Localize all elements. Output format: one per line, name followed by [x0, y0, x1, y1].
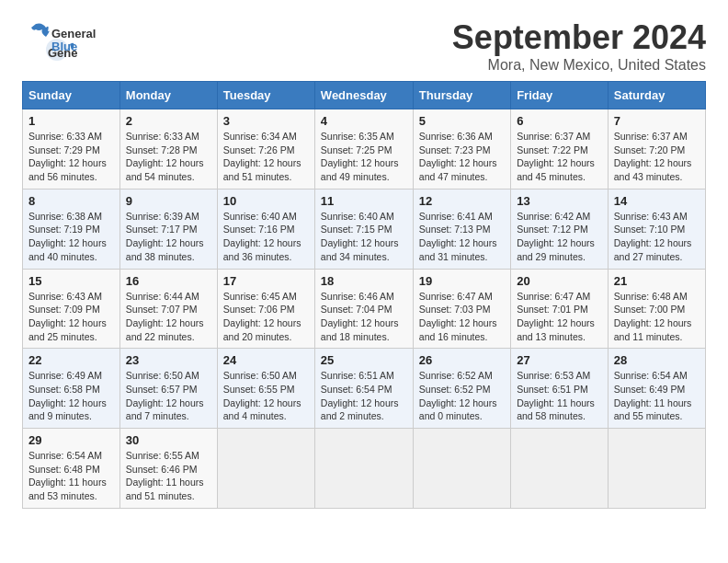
day-number: 14 — [614, 194, 700, 208]
logo-blue: Blue — [51, 40, 96, 53]
day-info: Sunrise: 6:38 AM Sunset: 7:19 PM Dayligh… — [28, 210, 114, 264]
day-number: 2 — [126, 114, 211, 128]
calendar-cell: 23Sunrise: 6:50 AM Sunset: 6:57 PM Dayli… — [119, 349, 217, 429]
day-number: 13 — [517, 194, 602, 208]
day-info: Sunrise: 6:48 AM Sunset: 7:00 PM Dayligh… — [614, 290, 700, 344]
calendar-cell: 22Sunrise: 6:49 AM Sunset: 6:58 PM Dayli… — [23, 349, 120, 429]
month-title: September 2024 — [22, 18, 706, 57]
day-number: 18 — [321, 274, 407, 288]
calendar-cell: 27Sunrise: 6:53 AM Sunset: 6:51 PM Dayli… — [511, 349, 609, 429]
day-number: 30 — [126, 433, 211, 447]
calendar-cell: 15Sunrise: 6:43 AM Sunset: 7:09 PM Dayli… — [23, 269, 120, 349]
weekday-header-sunday: Sunday — [23, 82, 120, 109]
calendar-cell: 3Sunrise: 6:34 AM Sunset: 7:26 PM Daylig… — [217, 109, 314, 190]
day-info: Sunrise: 6:37 AM Sunset: 7:20 PM Dayligh… — [614, 130, 700, 184]
day-number: 17 — [223, 274, 309, 288]
calendar-cell: 7Sunrise: 6:37 AM Sunset: 7:20 PM Daylig… — [608, 109, 705, 190]
calendar-cell: 4Sunrise: 6:35 AM Sunset: 7:25 PM Daylig… — [314, 109, 413, 190]
weekday-header-friday: Friday — [511, 82, 609, 109]
logo-general: General — [51, 28, 96, 40]
calendar-cell — [413, 429, 510, 509]
day-number: 4 — [321, 114, 407, 128]
calendar-cell: 5Sunrise: 6:36 AM Sunset: 7:23 PM Daylig… — [413, 109, 510, 190]
day-info: Sunrise: 6:34 AM Sunset: 7:26 PM Dayligh… — [223, 130, 309, 184]
day-number: 5 — [419, 114, 505, 128]
calendar-cell: 12Sunrise: 6:41 AM Sunset: 7:13 PM Dayli… — [413, 189, 510, 269]
day-number: 24 — [223, 353, 309, 367]
day-number: 23 — [126, 353, 211, 367]
calendar-cell: 21Sunrise: 6:48 AM Sunset: 7:00 PM Dayli… — [608, 269, 705, 349]
calendar-cell: 11Sunrise: 6:40 AM Sunset: 7:15 PM Dayli… — [314, 189, 413, 269]
calendar-cell: 9Sunrise: 6:39 AM Sunset: 7:17 PM Daylig… — [119, 189, 217, 269]
day-number: 28 — [614, 353, 700, 367]
day-info: Sunrise: 6:50 AM Sunset: 6:57 PM Dayligh… — [126, 369, 211, 423]
day-info: Sunrise: 6:54 AM Sunset: 6:48 PM Dayligh… — [28, 449, 114, 503]
calendar-cell: 2Sunrise: 6:33 AM Sunset: 7:28 PM Daylig… — [119, 109, 217, 190]
day-info: Sunrise: 6:37 AM Sunset: 7:22 PM Dayligh… — [517, 130, 602, 184]
day-info: Sunrise: 6:42 AM Sunset: 7:12 PM Dayligh… — [517, 210, 602, 264]
calendar-cell — [511, 429, 609, 509]
day-info: Sunrise: 6:43 AM Sunset: 7:10 PM Dayligh… — [614, 210, 700, 264]
day-number: 6 — [517, 114, 602, 128]
day-number: 3 — [223, 114, 309, 128]
weekday-header-monday: Monday — [119, 82, 217, 109]
calendar-cell — [608, 429, 705, 509]
calendar-cell: 26Sunrise: 6:52 AM Sunset: 6:52 PM Dayli… — [413, 349, 510, 429]
calendar-cell — [314, 429, 413, 509]
day-info: Sunrise: 6:33 AM Sunset: 7:29 PM Dayligh… — [28, 130, 114, 184]
day-info: Sunrise: 6:53 AM Sunset: 6:51 PM Dayligh… — [517, 369, 602, 423]
day-number: 11 — [321, 194, 407, 208]
day-number: 10 — [223, 194, 309, 208]
calendar-cell: 29Sunrise: 6:54 AM Sunset: 6:48 PM Dayli… — [23, 429, 120, 509]
day-info: Sunrise: 6:40 AM Sunset: 7:15 PM Dayligh… — [321, 210, 407, 264]
day-info: Sunrise: 6:46 AM Sunset: 7:04 PM Dayligh… — [321, 290, 407, 344]
day-info: Sunrise: 6:47 AM Sunset: 7:01 PM Dayligh… — [517, 290, 602, 344]
calendar-cell: 25Sunrise: 6:51 AM Sunset: 6:54 PM Dayli… — [314, 349, 413, 429]
day-info: Sunrise: 6:51 AM Sunset: 6:54 PM Dayligh… — [321, 369, 407, 423]
day-number: 21 — [614, 274, 700, 288]
day-info: Sunrise: 6:45 AM Sunset: 7:06 PM Dayligh… — [223, 290, 309, 344]
day-number: 12 — [419, 194, 505, 208]
weekday-header-tuesday: Tuesday — [217, 82, 314, 109]
day-number: 19 — [419, 274, 505, 288]
header-section: September 2024 Mora, New Mexico, United … — [22, 18, 706, 74]
calendar-cell: 19Sunrise: 6:47 AM Sunset: 7:03 PM Dayli… — [413, 269, 510, 349]
calendar-table: SundayMondayTuesdayWednesdayThursdayFrid… — [22, 81, 706, 509]
day-number: 26 — [419, 353, 505, 367]
day-info: Sunrise: 6:49 AM Sunset: 6:58 PM Dayligh… — [28, 369, 114, 423]
logo-area: General Blue — [22, 22, 96, 59]
day-info: Sunrise: 6:33 AM Sunset: 7:28 PM Dayligh… — [126, 130, 211, 184]
calendar-cell: 10Sunrise: 6:40 AM Sunset: 7:16 PM Dayli… — [217, 189, 314, 269]
calendar-cell: 24Sunrise: 6:50 AM Sunset: 6:55 PM Dayli… — [217, 349, 314, 429]
day-info: Sunrise: 6:41 AM Sunset: 7:13 PM Dayligh… — [419, 210, 505, 264]
calendar-cell: 18Sunrise: 6:46 AM Sunset: 7:04 PM Dayli… — [314, 269, 413, 349]
day-number: 29 — [28, 433, 114, 447]
day-number: 8 — [28, 194, 114, 208]
day-info: Sunrise: 6:36 AM Sunset: 7:23 PM Dayligh… — [419, 130, 505, 184]
day-number: 22 — [28, 353, 114, 367]
calendar-cell: 6Sunrise: 6:37 AM Sunset: 7:22 PM Daylig… — [511, 109, 609, 190]
day-number: 25 — [321, 353, 407, 367]
weekday-header-thursday: Thursday — [413, 82, 510, 109]
day-number: 20 — [517, 274, 602, 288]
calendar-cell: 17Sunrise: 6:45 AM Sunset: 7:06 PM Dayli… — [217, 269, 314, 349]
location-title: Mora, New Mexico, United States — [22, 57, 706, 74]
day-info: Sunrise: 6:55 AM Sunset: 6:46 PM Dayligh… — [126, 449, 211, 503]
day-number: 16 — [126, 274, 211, 288]
calendar-cell: 16Sunrise: 6:44 AM Sunset: 7:07 PM Dayli… — [119, 269, 217, 349]
day-info: Sunrise: 6:52 AM Sunset: 6:52 PM Dayligh… — [419, 369, 505, 423]
calendar-cell: 8Sunrise: 6:38 AM Sunset: 7:19 PM Daylig… — [23, 189, 120, 269]
calendar-cell: 1Sunrise: 6:33 AM Sunset: 7:29 PM Daylig… — [23, 109, 120, 190]
day-info: Sunrise: 6:43 AM Sunset: 7:09 PM Dayligh… — [28, 290, 114, 344]
calendar-cell: 30Sunrise: 6:55 AM Sunset: 6:46 PM Dayli… — [119, 429, 217, 509]
weekday-header-saturday: Saturday — [608, 82, 705, 109]
day-info: Sunrise: 6:39 AM Sunset: 7:17 PM Dayligh… — [126, 210, 211, 264]
calendar-cell: 13Sunrise: 6:42 AM Sunset: 7:12 PM Dayli… — [511, 189, 609, 269]
day-info: Sunrise: 6:54 AM Sunset: 6:49 PM Dayligh… — [614, 369, 700, 423]
day-number: 7 — [614, 114, 700, 128]
day-number: 9 — [126, 194, 211, 208]
day-number: 27 — [517, 353, 602, 367]
weekday-header-wednesday: Wednesday — [314, 82, 413, 109]
day-number: 15 — [28, 274, 114, 288]
calendar-cell — [217, 429, 314, 509]
